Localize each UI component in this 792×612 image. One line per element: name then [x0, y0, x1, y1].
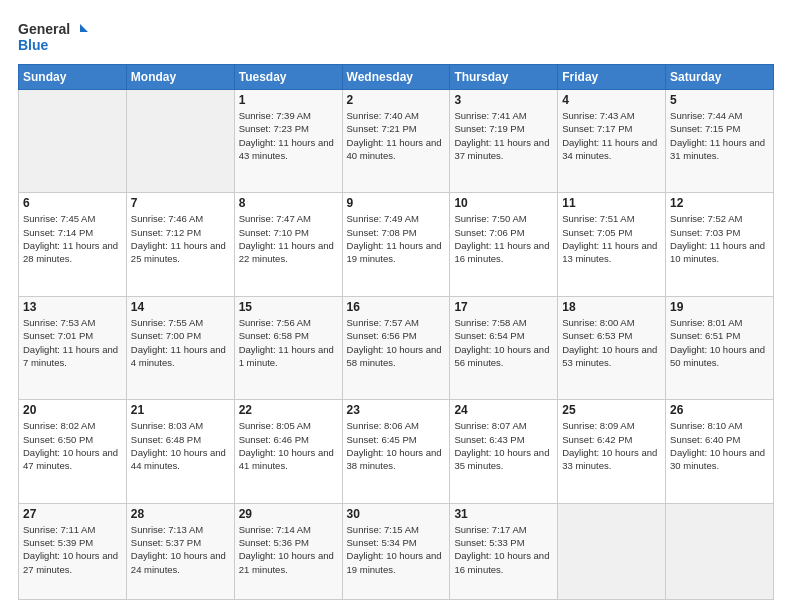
day-number: 22 [239, 403, 338, 417]
calendar-cell: 23Sunrise: 8:06 AMSunset: 6:45 PMDayligh… [342, 400, 450, 503]
day-number: 28 [131, 507, 230, 521]
day-number: 26 [670, 403, 769, 417]
day-number: 1 [239, 93, 338, 107]
calendar-cell: 7Sunrise: 7:46 AMSunset: 7:12 PMDaylight… [126, 193, 234, 296]
day-number: 3 [454, 93, 553, 107]
calendar-cell: 21Sunrise: 8:03 AMSunset: 6:48 PMDayligh… [126, 400, 234, 503]
calendar-cell: 14Sunrise: 7:55 AMSunset: 7:00 PMDayligh… [126, 296, 234, 399]
day-number: 27 [23, 507, 122, 521]
calendar-cell: 19Sunrise: 8:01 AMSunset: 6:51 PMDayligh… [666, 296, 774, 399]
calendar-cell: 26Sunrise: 8:10 AMSunset: 6:40 PMDayligh… [666, 400, 774, 503]
calendar-cell: 5Sunrise: 7:44 AMSunset: 7:15 PMDaylight… [666, 90, 774, 193]
calendar-cell: 24Sunrise: 8:07 AMSunset: 6:43 PMDayligh… [450, 400, 558, 503]
calendar-week-row: 13Sunrise: 7:53 AMSunset: 7:01 PMDayligh… [19, 296, 774, 399]
day-info: Sunrise: 8:00 AMSunset: 6:53 PMDaylight:… [562, 316, 661, 369]
day-info: Sunrise: 7:50 AMSunset: 7:06 PMDaylight:… [454, 212, 553, 265]
day-info: Sunrise: 7:47 AMSunset: 7:10 PMDaylight:… [239, 212, 338, 265]
day-info: Sunrise: 7:15 AMSunset: 5:34 PMDaylight:… [347, 523, 446, 576]
calendar-cell: 16Sunrise: 7:57 AMSunset: 6:56 PMDayligh… [342, 296, 450, 399]
svg-marker-2 [80, 24, 88, 32]
day-info: Sunrise: 7:41 AMSunset: 7:19 PMDaylight:… [454, 109, 553, 162]
calendar-week-row: 1Sunrise: 7:39 AMSunset: 7:23 PMDaylight… [19, 90, 774, 193]
day-number: 20 [23, 403, 122, 417]
calendar-table: SundayMondayTuesdayWednesdayThursdayFrid… [18, 64, 774, 600]
page: General Blue SundayMondayTuesdayWednesda… [0, 0, 792, 612]
svg-text:Blue: Blue [18, 37, 49, 53]
weekday-header-cell: Wednesday [342, 65, 450, 90]
day-number: 14 [131, 300, 230, 314]
day-info: Sunrise: 7:14 AMSunset: 5:36 PMDaylight:… [239, 523, 338, 576]
svg-text:General: General [18, 21, 70, 37]
day-info: Sunrise: 7:39 AMSunset: 7:23 PMDaylight:… [239, 109, 338, 162]
weekday-header-cell: Sunday [19, 65, 127, 90]
day-number: 23 [347, 403, 446, 417]
weekday-header-cell: Friday [558, 65, 666, 90]
day-number: 19 [670, 300, 769, 314]
calendar-cell [126, 90, 234, 193]
weekday-header-cell: Monday [126, 65, 234, 90]
day-number: 21 [131, 403, 230, 417]
calendar-cell: 3Sunrise: 7:41 AMSunset: 7:19 PMDaylight… [450, 90, 558, 193]
logo: General Blue [18, 18, 88, 54]
day-info: Sunrise: 8:07 AMSunset: 6:43 PMDaylight:… [454, 419, 553, 472]
calendar-cell: 31Sunrise: 7:17 AMSunset: 5:33 PMDayligh… [450, 503, 558, 599]
day-info: Sunrise: 7:13 AMSunset: 5:37 PMDaylight:… [131, 523, 230, 576]
calendar-cell: 6Sunrise: 7:45 AMSunset: 7:14 PMDaylight… [19, 193, 127, 296]
calendar-cell: 9Sunrise: 7:49 AMSunset: 7:08 PMDaylight… [342, 193, 450, 296]
day-info: Sunrise: 7:40 AMSunset: 7:21 PMDaylight:… [347, 109, 446, 162]
calendar-cell: 11Sunrise: 7:51 AMSunset: 7:05 PMDayligh… [558, 193, 666, 296]
weekday-header-cell: Thursday [450, 65, 558, 90]
logo-svg: General Blue [18, 18, 88, 54]
day-info: Sunrise: 7:45 AMSunset: 7:14 PMDaylight:… [23, 212, 122, 265]
calendar-cell: 30Sunrise: 7:15 AMSunset: 5:34 PMDayligh… [342, 503, 450, 599]
day-info: Sunrise: 8:10 AMSunset: 6:40 PMDaylight:… [670, 419, 769, 472]
calendar-cell [19, 90, 127, 193]
day-info: Sunrise: 7:53 AMSunset: 7:01 PMDaylight:… [23, 316, 122, 369]
day-info: Sunrise: 7:58 AMSunset: 6:54 PMDaylight:… [454, 316, 553, 369]
day-number: 5 [670, 93, 769, 107]
day-number: 15 [239, 300, 338, 314]
calendar-cell [558, 503, 666, 599]
header: General Blue [18, 18, 774, 54]
day-info: Sunrise: 7:44 AMSunset: 7:15 PMDaylight:… [670, 109, 769, 162]
day-number: 24 [454, 403, 553, 417]
calendar-cell: 2Sunrise: 7:40 AMSunset: 7:21 PMDaylight… [342, 90, 450, 193]
day-info: Sunrise: 8:03 AMSunset: 6:48 PMDaylight:… [131, 419, 230, 472]
day-info: Sunrise: 7:52 AMSunset: 7:03 PMDaylight:… [670, 212, 769, 265]
calendar-cell: 4Sunrise: 7:43 AMSunset: 7:17 PMDaylight… [558, 90, 666, 193]
day-number: 17 [454, 300, 553, 314]
day-info: Sunrise: 8:09 AMSunset: 6:42 PMDaylight:… [562, 419, 661, 472]
calendar-cell: 17Sunrise: 7:58 AMSunset: 6:54 PMDayligh… [450, 296, 558, 399]
day-info: Sunrise: 7:43 AMSunset: 7:17 PMDaylight:… [562, 109, 661, 162]
day-number: 31 [454, 507, 553, 521]
calendar-cell: 12Sunrise: 7:52 AMSunset: 7:03 PMDayligh… [666, 193, 774, 296]
weekday-header-row: SundayMondayTuesdayWednesdayThursdayFrid… [19, 65, 774, 90]
calendar-cell: 29Sunrise: 7:14 AMSunset: 5:36 PMDayligh… [234, 503, 342, 599]
calendar-cell: 15Sunrise: 7:56 AMSunset: 6:58 PMDayligh… [234, 296, 342, 399]
day-number: 11 [562, 196, 661, 210]
calendar-cell: 28Sunrise: 7:13 AMSunset: 5:37 PMDayligh… [126, 503, 234, 599]
weekday-header-cell: Saturday [666, 65, 774, 90]
day-info: Sunrise: 7:56 AMSunset: 6:58 PMDaylight:… [239, 316, 338, 369]
calendar-week-row: 20Sunrise: 8:02 AMSunset: 6:50 PMDayligh… [19, 400, 774, 503]
day-info: Sunrise: 7:51 AMSunset: 7:05 PMDaylight:… [562, 212, 661, 265]
calendar-cell: 25Sunrise: 8:09 AMSunset: 6:42 PMDayligh… [558, 400, 666, 503]
calendar-cell: 20Sunrise: 8:02 AMSunset: 6:50 PMDayligh… [19, 400, 127, 503]
day-info: Sunrise: 7:11 AMSunset: 5:39 PMDaylight:… [23, 523, 122, 576]
day-number: 29 [239, 507, 338, 521]
calendar-cell: 8Sunrise: 7:47 AMSunset: 7:10 PMDaylight… [234, 193, 342, 296]
weekday-header-cell: Tuesday [234, 65, 342, 90]
day-number: 16 [347, 300, 446, 314]
calendar-cell: 27Sunrise: 7:11 AMSunset: 5:39 PMDayligh… [19, 503, 127, 599]
day-number: 4 [562, 93, 661, 107]
calendar-week-row: 27Sunrise: 7:11 AMSunset: 5:39 PMDayligh… [19, 503, 774, 599]
calendar-body: 1Sunrise: 7:39 AMSunset: 7:23 PMDaylight… [19, 90, 774, 600]
day-info: Sunrise: 7:57 AMSunset: 6:56 PMDaylight:… [347, 316, 446, 369]
day-number: 30 [347, 507, 446, 521]
day-info: Sunrise: 7:55 AMSunset: 7:00 PMDaylight:… [131, 316, 230, 369]
calendar-cell: 18Sunrise: 8:00 AMSunset: 6:53 PMDayligh… [558, 296, 666, 399]
day-number: 7 [131, 196, 230, 210]
day-info: Sunrise: 7:49 AMSunset: 7:08 PMDaylight:… [347, 212, 446, 265]
day-number: 9 [347, 196, 446, 210]
day-info: Sunrise: 7:17 AMSunset: 5:33 PMDaylight:… [454, 523, 553, 576]
